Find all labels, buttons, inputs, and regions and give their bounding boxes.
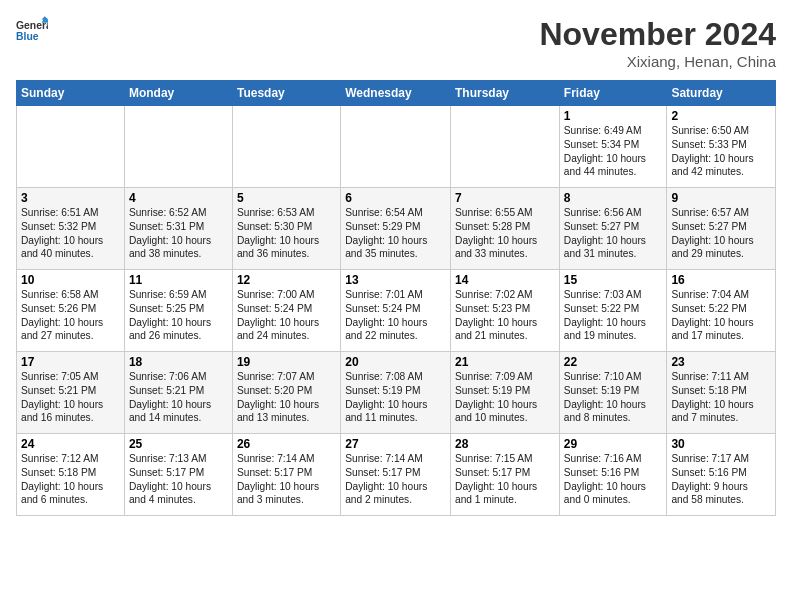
day-info: Sunrise: 7:03 AM Sunset: 5:22 PM Dayligh… [564, 289, 646, 341]
day-number: 29 [564, 437, 663, 451]
header-row: Sunday Monday Tuesday Wednesday Thursday… [17, 81, 776, 106]
page: General Blue November 2024 Xixiang, Hena… [0, 0, 792, 524]
calendar-cell: 25Sunrise: 7:13 AM Sunset: 5:17 PM Dayli… [124, 434, 232, 516]
calendar-cell: 28Sunrise: 7:15 AM Sunset: 5:17 PM Dayli… [451, 434, 560, 516]
calendar-week-5: 24Sunrise: 7:12 AM Sunset: 5:18 PM Dayli… [17, 434, 776, 516]
day-info: Sunrise: 6:53 AM Sunset: 5:30 PM Dayligh… [237, 207, 319, 259]
calendar-cell: 21Sunrise: 7:09 AM Sunset: 5:19 PM Dayli… [451, 352, 560, 434]
calendar-cell [124, 106, 232, 188]
day-info: Sunrise: 7:05 AM Sunset: 5:21 PM Dayligh… [21, 371, 103, 423]
calendar-cell: 4Sunrise: 6:52 AM Sunset: 5:31 PM Daylig… [124, 188, 232, 270]
day-info: Sunrise: 6:52 AM Sunset: 5:31 PM Dayligh… [129, 207, 211, 259]
day-info: Sunrise: 7:04 AM Sunset: 5:22 PM Dayligh… [671, 289, 753, 341]
day-info: Sunrise: 7:14 AM Sunset: 5:17 PM Dayligh… [345, 453, 427, 505]
calendar-cell: 3Sunrise: 6:51 AM Sunset: 5:32 PM Daylig… [17, 188, 125, 270]
day-info: Sunrise: 6:49 AM Sunset: 5:34 PM Dayligh… [564, 125, 646, 177]
day-info: Sunrise: 7:12 AM Sunset: 5:18 PM Dayligh… [21, 453, 103, 505]
day-number: 2 [671, 109, 771, 123]
day-number: 24 [21, 437, 120, 451]
calendar-cell [17, 106, 125, 188]
day-info: Sunrise: 7:02 AM Sunset: 5:23 PM Dayligh… [455, 289, 537, 341]
day-number: 10 [21, 273, 120, 287]
day-number: 6 [345, 191, 446, 205]
location: Xixiang, Henan, China [539, 53, 776, 70]
day-number: 19 [237, 355, 336, 369]
logo: General Blue [16, 16, 52, 44]
day-number: 7 [455, 191, 555, 205]
day-number: 4 [129, 191, 228, 205]
day-number: 9 [671, 191, 771, 205]
day-info: Sunrise: 6:58 AM Sunset: 5:26 PM Dayligh… [21, 289, 103, 341]
calendar-cell: 17Sunrise: 7:05 AM Sunset: 5:21 PM Dayli… [17, 352, 125, 434]
calendar-cell: 23Sunrise: 7:11 AM Sunset: 5:18 PM Dayli… [667, 352, 776, 434]
col-sunday: Sunday [17, 81, 125, 106]
day-number: 21 [455, 355, 555, 369]
day-number: 3 [21, 191, 120, 205]
calendar-cell: 24Sunrise: 7:12 AM Sunset: 5:18 PM Dayli… [17, 434, 125, 516]
day-info: Sunrise: 6:57 AM Sunset: 5:27 PM Dayligh… [671, 207, 753, 259]
day-number: 26 [237, 437, 336, 451]
day-number: 12 [237, 273, 336, 287]
col-friday: Friday [559, 81, 667, 106]
calendar-cell: 18Sunrise: 7:06 AM Sunset: 5:21 PM Dayli… [124, 352, 232, 434]
calendar-cell: 26Sunrise: 7:14 AM Sunset: 5:17 PM Dayli… [232, 434, 340, 516]
day-number: 15 [564, 273, 663, 287]
calendar-cell [341, 106, 451, 188]
calendar-cell: 16Sunrise: 7:04 AM Sunset: 5:22 PM Dayli… [667, 270, 776, 352]
day-info: Sunrise: 7:09 AM Sunset: 5:19 PM Dayligh… [455, 371, 537, 423]
calendar-cell: 10Sunrise: 6:58 AM Sunset: 5:26 PM Dayli… [17, 270, 125, 352]
col-thursday: Thursday [451, 81, 560, 106]
day-info: Sunrise: 7:07 AM Sunset: 5:20 PM Dayligh… [237, 371, 319, 423]
day-number: 5 [237, 191, 336, 205]
col-saturday: Saturday [667, 81, 776, 106]
day-info: Sunrise: 7:10 AM Sunset: 5:19 PM Dayligh… [564, 371, 646, 423]
calendar-cell: 2Sunrise: 6:50 AM Sunset: 5:33 PM Daylig… [667, 106, 776, 188]
calendar-cell: 6Sunrise: 6:54 AM Sunset: 5:29 PM Daylig… [341, 188, 451, 270]
day-number: 25 [129, 437, 228, 451]
day-info: Sunrise: 6:55 AM Sunset: 5:28 PM Dayligh… [455, 207, 537, 259]
day-number: 16 [671, 273, 771, 287]
day-info: Sunrise: 6:54 AM Sunset: 5:29 PM Dayligh… [345, 207, 427, 259]
calendar-cell: 20Sunrise: 7:08 AM Sunset: 5:19 PM Dayli… [341, 352, 451, 434]
calendar-week-4: 17Sunrise: 7:05 AM Sunset: 5:21 PM Dayli… [17, 352, 776, 434]
calendar-cell: 29Sunrise: 7:16 AM Sunset: 5:16 PM Dayli… [559, 434, 667, 516]
calendar-cell: 15Sunrise: 7:03 AM Sunset: 5:22 PM Dayli… [559, 270, 667, 352]
calendar-cell: 13Sunrise: 7:01 AM Sunset: 5:24 PM Dayli… [341, 270, 451, 352]
col-monday: Monday [124, 81, 232, 106]
day-number: 8 [564, 191, 663, 205]
day-info: Sunrise: 7:11 AM Sunset: 5:18 PM Dayligh… [671, 371, 753, 423]
day-info: Sunrise: 7:14 AM Sunset: 5:17 PM Dayligh… [237, 453, 319, 505]
calendar-cell: 5Sunrise: 6:53 AM Sunset: 5:30 PM Daylig… [232, 188, 340, 270]
calendar-cell: 1Sunrise: 6:49 AM Sunset: 5:34 PM Daylig… [559, 106, 667, 188]
day-number: 22 [564, 355, 663, 369]
calendar-cell: 22Sunrise: 7:10 AM Sunset: 5:19 PM Dayli… [559, 352, 667, 434]
day-number: 14 [455, 273, 555, 287]
col-tuesday: Tuesday [232, 81, 340, 106]
day-info: Sunrise: 7:08 AM Sunset: 5:19 PM Dayligh… [345, 371, 427, 423]
day-number: 30 [671, 437, 771, 451]
day-info: Sunrise: 6:51 AM Sunset: 5:32 PM Dayligh… [21, 207, 103, 259]
calendar-cell: 12Sunrise: 7:00 AM Sunset: 5:24 PM Dayli… [232, 270, 340, 352]
header: General Blue November 2024 Xixiang, Hena… [16, 16, 776, 70]
day-number: 17 [21, 355, 120, 369]
calendar-cell [451, 106, 560, 188]
day-info: Sunrise: 6:56 AM Sunset: 5:27 PM Dayligh… [564, 207, 646, 259]
col-wednesday: Wednesday [341, 81, 451, 106]
month-title: November 2024 [539, 16, 776, 53]
day-number: 1 [564, 109, 663, 123]
day-number: 20 [345, 355, 446, 369]
calendar-cell: 27Sunrise: 7:14 AM Sunset: 5:17 PM Dayli… [341, 434, 451, 516]
calendar-cell: 30Sunrise: 7:17 AM Sunset: 5:16 PM Dayli… [667, 434, 776, 516]
title-block: November 2024 Xixiang, Henan, China [539, 16, 776, 70]
calendar-cell: 14Sunrise: 7:02 AM Sunset: 5:23 PM Dayli… [451, 270, 560, 352]
calendar-week-3: 10Sunrise: 6:58 AM Sunset: 5:26 PM Dayli… [17, 270, 776, 352]
day-info: Sunrise: 7:13 AM Sunset: 5:17 PM Dayligh… [129, 453, 211, 505]
calendar-week-1: 1Sunrise: 6:49 AM Sunset: 5:34 PM Daylig… [17, 106, 776, 188]
day-info: Sunrise: 7:01 AM Sunset: 5:24 PM Dayligh… [345, 289, 427, 341]
day-info: Sunrise: 7:00 AM Sunset: 5:24 PM Dayligh… [237, 289, 319, 341]
day-number: 13 [345, 273, 446, 287]
day-info: Sunrise: 7:16 AM Sunset: 5:16 PM Dayligh… [564, 453, 646, 505]
day-info: Sunrise: 6:50 AM Sunset: 5:33 PM Dayligh… [671, 125, 753, 177]
day-info: Sunrise: 7:06 AM Sunset: 5:21 PM Dayligh… [129, 371, 211, 423]
calendar-cell: 19Sunrise: 7:07 AM Sunset: 5:20 PM Dayli… [232, 352, 340, 434]
